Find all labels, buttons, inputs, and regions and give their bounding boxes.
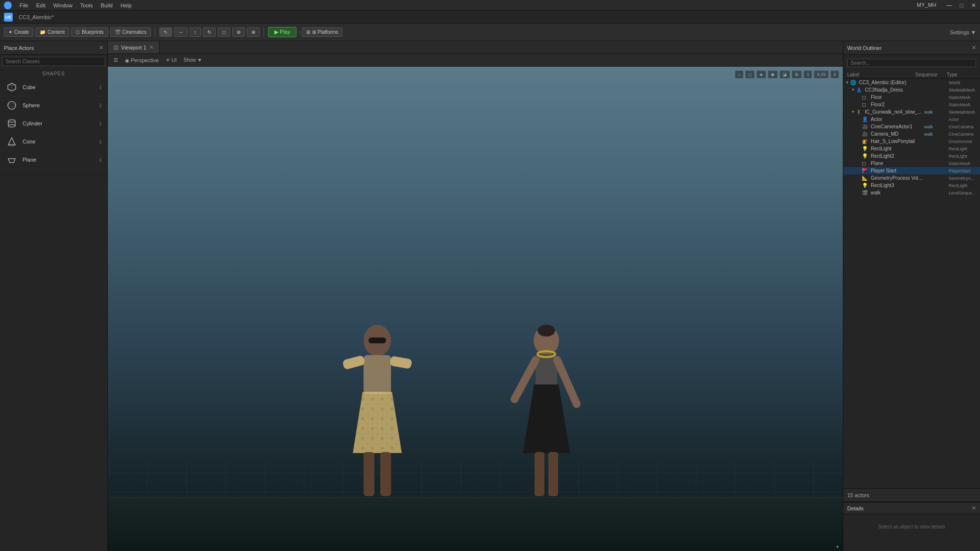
tree-item-8[interactable]: 💇 Hair_S_LowPonytail GroomActor (843, 138, 980, 145)
vp-layout-btn[interactable]: ⌂ (735, 71, 743, 78)
svg-line-27 (514, 360, 536, 399)
vp-maximize-btn[interactable]: ◻ (745, 71, 755, 78)
cinematics-btn[interactable]: 🎬 Cinematics (110, 27, 151, 37)
tree-expand-4[interactable]: ▼ (851, 110, 856, 114)
select-tool-btn[interactable]: ↖ (159, 27, 172, 37)
tree-type-15: LevelSeque... (949, 191, 978, 195)
menu-window[interactable]: Window (53, 2, 73, 8)
create-btn[interactable]: ✦ Create (4, 27, 33, 37)
outliner-tree: ▼ 🌐 CC3_Alembic (Editor) World ▼ 👗 CC3Na… (843, 79, 980, 488)
tree-name-10: RectLight2 (871, 153, 924, 159)
tree-expand-0[interactable]: ▼ (845, 80, 850, 85)
tree-item-11[interactable]: ◻ Plane StaticMesh (843, 160, 980, 167)
tree-item-15[interactable]: 🎬 walk LevelSeque... (843, 189, 980, 196)
minimize-btn[interactable]: — (946, 2, 952, 9)
tree-item-4[interactable]: ▼ 🚶 IC_Gunwalk_no4_slow_... walk Skeleta… (843, 108, 980, 116)
tree-item-3[interactable]: ◻ Floor2 StaticMesh (843, 101, 980, 108)
outliner-title: World Outliner (847, 45, 970, 51)
scale-tool-btn[interactable]: ↻ (203, 27, 216, 37)
tree-expand-1[interactable]: ▼ (851, 88, 856, 92)
rect-select-btn[interactable]: ◻ (218, 27, 230, 37)
tree-icon-14: 💡 (862, 183, 869, 188)
details-close-btn[interactable]: ✕ (972, 505, 976, 511)
place-actors-header: Place Actors ✕ (0, 41, 107, 55)
viewport-tab-close[interactable]: ✕ (149, 45, 153, 50)
move-tool-btn[interactable]: ↔ (174, 27, 188, 37)
divider-1 (155, 27, 155, 37)
tree-item-13[interactable]: 📐 GeometryProcess Volume GeometryA... (843, 174, 980, 182)
menu-help[interactable]: Help (121, 2, 132, 8)
tree-name-0: CC3_Alembic (Editor) (859, 80, 924, 85)
grid-btn[interactable]: ⊗ (247, 27, 260, 37)
menu-tools[interactable]: Tools (80, 2, 93, 8)
menu-build[interactable]: Build (101, 2, 113, 8)
settings-btn[interactable]: Settings ▼ (950, 29, 976, 35)
svg-point-5 (8, 120, 15, 122)
tree-icon-12: 🚩 (862, 168, 869, 173)
tree-item-9[interactable]: 💡 RectLight RectLight (843, 145, 980, 152)
shape-cube[interactable]: Cube ℹ (0, 78, 107, 96)
vp-show-btn[interactable]: Show ▼ (182, 56, 204, 64)
tree-item-5[interactable]: 👤 Actor Actor (843, 116, 980, 123)
platforms-btn[interactable]: ⊞ ⊞ Platforms (302, 27, 343, 37)
play-btn[interactable]: ▶ Play (268, 27, 296, 37)
tree-item-14[interactable]: 💡 RectLight3 RectLight (843, 182, 980, 189)
vp-perspective-btn[interactable]: ◉ Perspective (123, 56, 161, 64)
viewport-1-tab[interactable]: ◫ Viewport 1 ✕ (108, 41, 160, 53)
svg-rect-15 (390, 356, 413, 369)
tree-type-11: StaticMesh (949, 161, 978, 166)
outliner-close-btn[interactable]: ✕ (972, 45, 976, 51)
plane-icon (6, 154, 18, 166)
viewport-icon: ◫ (114, 45, 118, 50)
perspective-icon: ◉ (125, 58, 129, 63)
svg-marker-9 (8, 138, 15, 145)
tree-item-0[interactable]: ▼ 🌐 CC3_Alembic (Editor) World (843, 79, 980, 86)
tree-item-2[interactable]: ◻ Floor StaticMesh (843, 94, 980, 101)
vp-camera-btn[interactable]: ◉ (768, 71, 778, 78)
tree-name-5: Actor (871, 117, 924, 122)
maximize-btn[interactable]: □ (960, 2, 963, 9)
tree-item-10[interactable]: 💡 RectLight2 RectLight (843, 152, 980, 160)
search-classes-input[interactable] (2, 57, 105, 66)
place-actors-close[interactable]: ✕ (99, 45, 103, 51)
tree-name-9: RectLight (871, 146, 924, 151)
outliner-search-input[interactable] (847, 59, 976, 67)
tree-item-7[interactable]: 🎥 Camera_MD walk CineCamera (843, 130, 980, 138)
cone-icon (6, 136, 18, 147)
svg-marker-26 (523, 384, 570, 453)
cube-icon (6, 81, 18, 93)
rotate-tool-btn[interactable]: ↕ (190, 27, 201, 37)
tree-name-8: Hair_S_LowPonytail (871, 139, 924, 144)
tree-item-1[interactable]: ▼ 👗 CC3Nadja_Dress SkeletalMesh (843, 86, 980, 94)
menu-edit[interactable]: Edit (36, 2, 46, 8)
tree-type-12: PlayerStart (949, 168, 978, 173)
vp-hamburger-btn[interactable]: ☰ (112, 56, 120, 64)
vp-zoom-btn[interactable]: 4 (831, 71, 839, 78)
vp-grid-size-btn[interactable]: 0.25 (814, 71, 829, 78)
tree-icon-0: 🌐 (850, 80, 857, 85)
svg-rect-31 (548, 452, 558, 496)
viewport-corner-controls: ⌂ ◻ ◈ ◉ ◪ ⊞ 1 0.25 4 (735, 71, 839, 78)
show-dropdown-icon: ▼ (197, 57, 202, 63)
vp-grid-btn[interactable]: ⊞ (792, 71, 802, 78)
blueprints-btn[interactable]: ⬡ Blueprints (71, 27, 108, 37)
shape-sphere[interactable]: Sphere ℹ (0, 96, 107, 115)
project-name: CC3_Alembic* (19, 14, 54, 20)
vp-restore-btn[interactable]: ◈ (757, 71, 766, 78)
vp-lit-btn[interactable]: ☀ Lit (164, 56, 178, 64)
snap-btn[interactable]: ⊕ (232, 27, 245, 37)
tree-item-12[interactable]: 🚩 Player Start PlayerStart (843, 167, 980, 174)
close-btn[interactable]: ✕ (971, 2, 976, 9)
tree-item-6[interactable]: 🎥 CineCameraActor1 walk CineCamera (843, 123, 980, 130)
floor-surface (108, 497, 843, 551)
shape-cylinder[interactable]: Cylinder ℹ (0, 115, 107, 133)
menu-file[interactable]: File (20, 2, 28, 8)
content-btn[interactable]: 📁 Content (35, 27, 69, 37)
shape-cone[interactable]: Cone ℹ (0, 133, 107, 151)
vp-num-btn[interactable]: 1 (804, 71, 812, 78)
svg-point-3 (8, 101, 16, 109)
play-divider: | (298, 29, 300, 35)
vp-split-btn[interactable]: ◪ (780, 71, 790, 78)
tree-type-9: RectLight (949, 146, 978, 151)
shape-plane[interactable]: Plane ℹ (0, 151, 107, 169)
